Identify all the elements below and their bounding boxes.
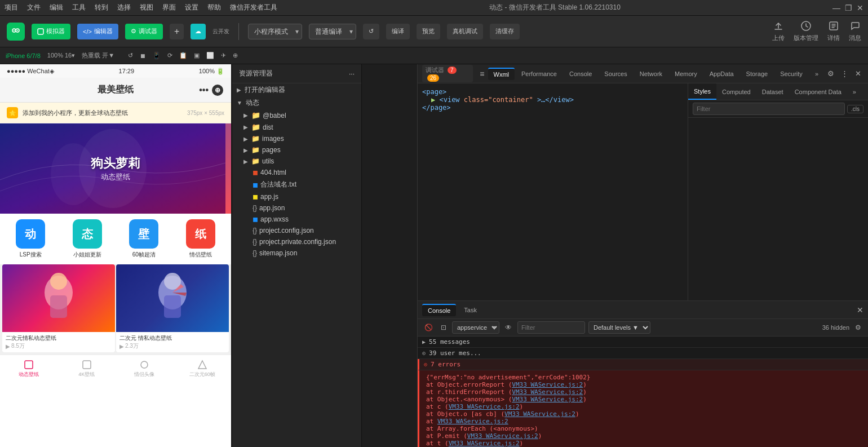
share-icon[interactable]: ⬜	[206, 52, 214, 59]
menu-item-interface[interactable]: 界面	[162, 3, 176, 12]
icon-item-0[interactable]: 动 LSP搜索	[5, 219, 57, 259]
simulator-button[interactable]: 模拟器	[32, 24, 70, 39]
menu-item-select[interactable]: 选择	[117, 3, 131, 12]
tab-more[interactable]: »	[809, 68, 824, 79]
project-section[interactable]: ▼ 动态	[232, 96, 361, 109]
menu-item-settings[interactable]: 设置	[185, 3, 198, 12]
real-debug-button[interactable]: 真机调试	[447, 24, 483, 39]
menu-item-project[interactable]: 项目	[5, 3, 18, 12]
appservice-select[interactable]: appservice	[452, 321, 499, 334]
wifi-icon[interactable]: ✈	[221, 52, 226, 59]
open-editors-section[interactable]: ▶ 打开的编辑器	[232, 83, 361, 96]
tabbar-item-3[interactable]: 二次元60帧	[174, 355, 232, 383]
styles-tab-computed[interactable]: Computed	[716, 83, 756, 100]
inspect-icon[interactable]: ⊕	[233, 52, 238, 59]
rotate-icon[interactable]: ⟳	[167, 52, 172, 59]
multi-window-icon[interactable]: ▣	[194, 52, 200, 59]
file-appjson[interactable]: {} app.json	[232, 202, 361, 214]
file-projectconfig[interactable]: {} project.config.json	[232, 225, 361, 236]
file-sitemap[interactable]: {} sitemap.json	[232, 247, 361, 259]
tab-console[interactable]: Console	[564, 68, 597, 79]
file-appwxss[interactable]: ◼ app.wxss	[232, 214, 361, 225]
upload-btn[interactable]: 上传	[772, 20, 785, 42]
menu-item-view[interactable]: 视图	[140, 3, 153, 12]
console-close-btn[interactable]: ✕	[857, 306, 863, 315]
screenshot-icon[interactable]: 📋	[179, 52, 187, 59]
file-babel[interactable]: ▶ 📁 @babel	[232, 109, 361, 121]
maximize-button[interactable]: ❐	[845, 3, 852, 12]
menu-item-devtool[interactable]: 微信开发者工具	[230, 3, 277, 12]
devtools-close-icon[interactable]: ✕	[853, 68, 863, 79]
icon-item-1[interactable]: 态 小姐姐更新	[61, 219, 114, 259]
tab-sources[interactable]: Sources	[599, 68, 632, 79]
file-tree-menu[interactable]: ···	[349, 70, 355, 78]
file-privateconfig[interactable]: {} project.private.config.json	[232, 236, 361, 247]
grid-item-1[interactable]: 二次元 情私动态壁纸 ▶ 2.3万	[116, 264, 229, 352]
file-utils[interactable]: ▶ 📁 utils	[232, 156, 361, 167]
tab-network[interactable]: Network	[634, 68, 668, 79]
nav-dots[interactable]: •••	[199, 85, 209, 95]
styles-tab-styles[interactable]: Styles	[688, 83, 716, 100]
tab-security[interactable]: Security	[774, 68, 808, 79]
refresh-icon[interactable]: ↺	[128, 52, 133, 59]
menu-item-tool[interactable]: 工具	[72, 3, 86, 12]
console-tab-task[interactable]: Task	[458, 304, 482, 316]
menu-item-file[interactable]: 文件	[27, 3, 41, 12]
compile-button[interactable]: 编译	[386, 24, 410, 39]
console-filter-input[interactable]	[517, 321, 585, 334]
hotfix-btn[interactable]: 热重载 开▼	[82, 51, 114, 60]
devtools-settings-icon[interactable]: ⚙	[825, 68, 836, 79]
zoom-level[interactable]: 100% 16▾	[47, 52, 75, 59]
tabbar-item-2[interactable]: 情侣头像	[116, 355, 174, 383]
console-context-btn[interactable]: ⊡	[439, 322, 449, 333]
editor-button[interactable]: </> 编辑器	[77, 24, 118, 39]
detail-btn[interactable]: 详情	[827, 20, 840, 42]
styles-filter-input[interactable]	[693, 103, 845, 115]
console-group-messages[interactable]: ▶ 55 messages	[418, 337, 868, 348]
devtools-expand-icon[interactable]: ⋮	[839, 68, 851, 79]
clear-cache-button[interactable]: 清缓存	[490, 24, 520, 39]
version-btn[interactable]: 版本管理	[794, 20, 818, 42]
styles-tab-more[interactable]: »	[847, 83, 862, 100]
console-tab-console[interactable]: Console	[422, 304, 456, 316]
icon-item-2[interactable]: 壁 60帧超清	[118, 219, 170, 259]
menu-item-goto[interactable]: 转到	[95, 3, 108, 12]
message-btn[interactable]: 消息	[849, 20, 861, 42]
devtools-more-left[interactable]: ≡	[477, 68, 486, 79]
dom-expand-arrow[interactable]: ▶	[431, 96, 439, 104]
refresh-button[interactable]: ↺	[363, 24, 379, 39]
log-level-select[interactable]: Default levels ▼	[588, 321, 650, 334]
minimize-button[interactable]: —	[832, 3, 840, 12]
grid-item-0[interactable]: 二次元情私动态壁纸 ▶ 8.5万	[2, 264, 115, 352]
styles-tab-componentdata[interactable]: Component Data	[789, 83, 847, 100]
tabbar-item-1[interactable]: 4K壁纸	[58, 355, 116, 383]
tab-storage[interactable]: Storage	[741, 68, 774, 79]
tab-memory[interactable]: Memory	[669, 68, 703, 79]
add-feature-button[interactable]: +	[170, 24, 184, 39]
file-pages[interactable]: ▶ 📁 pages	[232, 144, 361, 156]
console-clear-btn[interactable]: 🚫	[422, 322, 435, 333]
debugger-button[interactable]: ⚙ 调试器	[125, 24, 163, 39]
tab-wxml[interactable]: Wxml	[488, 68, 515, 80]
tabbar-item-0[interactable]: 动态壁纸	[0, 355, 58, 383]
device-name[interactable]: iPhone 6/7/8	[6, 52, 41, 59]
icon-item-3[interactable]: 纸 情侣壁纸	[175, 219, 227, 259]
styles-tab-dataset[interactable]: Dataset	[756, 83, 789, 100]
nav-more[interactable]: ⊕	[212, 85, 223, 96]
console-settings-btn[interactable]: ⚙	[853, 322, 863, 333]
file-appjs[interactable]: ◼ app.js	[232, 191, 361, 202]
preview-button[interactable]: 预览	[417, 24, 440, 39]
file-images[interactable]: ▶ 📁 images	[232, 133, 361, 144]
tab-performance[interactable]: Performance	[516, 68, 563, 79]
menu-item-help[interactable]: 帮助	[207, 3, 221, 12]
tab-appdata[interactable]: AppData	[704, 68, 739, 79]
compile-select[interactable]: 普通编译	[309, 24, 356, 39]
file-404[interactable]: ◼ 404.html	[232, 167, 361, 178]
console-eye-btn[interactable]: 👁	[503, 322, 514, 333]
cls-button[interactable]: .cls	[847, 105, 863, 113]
cloud-button[interactable]: ☁	[191, 24, 206, 39]
file-domain[interactable]: ◼ 合法域名.txt	[232, 178, 361, 191]
console-group-errors[interactable]: ⊙ 7 errors	[418, 359, 868, 370]
dom-line-view[interactable]: ▶ <view class="container" >…</view>	[422, 96, 683, 104]
console-group-user[interactable]: ⊙ 39 user mes...	[418, 348, 868, 359]
